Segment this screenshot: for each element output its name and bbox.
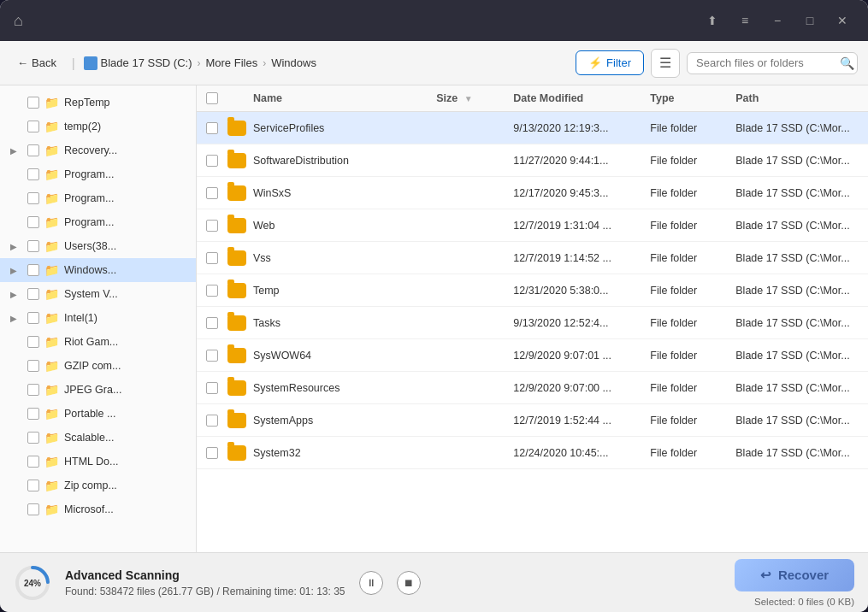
column-path[interactable]: Path [735, 92, 868, 104]
table-row[interactable]: System32 12/24/2020 10:45:... File folde… [197, 437, 868, 469]
sidebar-checkbox[interactable] [27, 288, 39, 300]
column-name[interactable]: Name [253, 92, 436, 104]
recover-button[interactable]: ↩ Recover [735, 559, 854, 591]
table-row[interactable]: Web 12/7/2019 1:31:04 ... File folder Bl… [197, 209, 868, 242]
sidebar-checkbox[interactable] [27, 384, 39, 396]
sidebar-checkbox[interactable] [27, 240, 39, 252]
sidebar-item[interactable]: 📁 Program... [0, 210, 196, 234]
pause-button[interactable]: ⏸ [359, 571, 383, 595]
sidebar-checkbox[interactable] [27, 264, 39, 276]
row-checkbox[interactable] [206, 155, 218, 167]
sidebar-checkbox[interactable] [27, 336, 39, 348]
sidebar-checkbox[interactable] [27, 408, 39, 420]
row-checkbox[interactable] [206, 187, 218, 199]
file-date: 12/7/2019 1:31:04 ... [513, 220, 650, 232]
sidebar-item[interactable]: ▶ 📁 Intel(1) [0, 306, 196, 330]
breadcrumb-drive[interactable]: Blade 17 SSD (C:) [84, 56, 192, 70]
close-button[interactable]: ✕ [830, 9, 854, 32]
sidebar-item[interactable]: 📁 JPEG Gra... [0, 378, 196, 402]
recover-area: ↩ Recover Selected: 0 files (0 KB) [735, 559, 854, 607]
sidebar-item[interactable]: 📁 Program... [0, 186, 196, 210]
breadcrumb-more-files[interactable]: More Files [205, 56, 257, 69]
column-size[interactable]: Size ▼ [436, 92, 513, 104]
sidebar-item[interactable]: 📁 Scalable... [0, 426, 196, 450]
row-checkbox[interactable] [206, 122, 218, 134]
sidebar-item[interactable]: 📁 Program... [0, 162, 196, 186]
sidebar-item[interactable]: ▶ 📁 Users(38... [0, 234, 196, 258]
file-path: Blade 17 SSD (C:\Mor... [735, 252, 868, 264]
table-row[interactable]: SystemApps 12/7/2019 1:52:44 ... File fo… [197, 404, 868, 437]
table-row[interactable]: Vss 12/7/2019 1:14:52 ... File folder Bl… [197, 242, 868, 274]
sidebar-checkbox[interactable] [27, 456, 39, 468]
folder-cell-icon [227, 315, 246, 331]
file-date: 12/7/2019 1:14:52 ... [513, 252, 650, 264]
sidebar-checkbox[interactable] [27, 360, 39, 372]
table-row[interactable]: Temp 12/31/2020 5:38:0... File folder Bl… [197, 274, 868, 307]
sidebar-checkbox[interactable] [27, 312, 39, 324]
row-checkbox[interactable] [206, 220, 218, 232]
sidebar-checkbox[interactable] [27, 192, 39, 204]
table-row[interactable]: SoftwareDistribution 11/27/2020 9:44:1..… [197, 144, 868, 177]
breadcrumb-windows[interactable]: Windows [271, 56, 316, 69]
back-label: Back [32, 56, 56, 69]
row-checkbox[interactable] [206, 447, 218, 459]
sidebar-item[interactable]: 📁 Zip comp... [0, 474, 196, 497]
table-row[interactable]: Tasks 9/13/2020 12:52:4... File folder B… [197, 307, 868, 339]
row-checkbox[interactable] [206, 382, 218, 394]
select-all-checkbox[interactable] [206, 92, 218, 104]
filter-button[interactable]: ⚡ Filter [576, 50, 644, 75]
sidebar-checkbox[interactable] [27, 480, 39, 491]
table-row[interactable]: SystemResources 12/9/2020 9:07:00 ... Fi… [197, 372, 868, 404]
sidebar-checkbox[interactable] [27, 503, 39, 515]
sidebar-item[interactable]: 📁 Portable ... [0, 402, 196, 426]
column-type[interactable]: Type [650, 92, 735, 104]
stop-button[interactable]: ⏹ [397, 571, 421, 595]
table-row[interactable]: SysWOW64 12/9/2020 9:07:01 ... File fold… [197, 339, 868, 372]
sidebar-item[interactable]: 📁 temp(2) [0, 115, 196, 138]
folder-icon: 📁 [44, 191, 59, 205]
folder-cell-icon [227, 250, 246, 266]
column-date[interactable]: Date Modified [513, 92, 650, 104]
recover-icon: ↩ [760, 568, 771, 583]
row-checkbox[interactable] [206, 350, 218, 362]
table-row[interactable]: WinSxS 12/17/2020 9:45:3... File folder … [197, 177, 868, 209]
sidebar-item[interactable]: 📁 RepTemp [0, 91, 196, 115]
search-input[interactable] [696, 56, 840, 69]
back-button[interactable]: ← Back [10, 53, 63, 73]
sidebar-item[interactable]: 📁 Microsof... [0, 497, 196, 521]
sidebar-item-label: Program... [64, 192, 186, 204]
sidebar-item-label: Scalable... [64, 432, 186, 444]
sidebar-item[interactable]: 📁 HTML Do... [0, 450, 196, 474]
breadcrumb-windows-label: Windows [271, 56, 316, 69]
sidebar-checkbox[interactable] [27, 144, 39, 156]
row-checkbox[interactable] [206, 317, 218, 329]
sidebar-item[interactable]: 📁 GZIP com... [0, 354, 196, 378]
minimize-button[interactable]: − [765, 9, 789, 32]
sidebar-item[interactable]: ▶ 📁 System V... [0, 282, 196, 306]
row-checkbox[interactable] [206, 285, 218, 297]
file-type: File folder [650, 220, 735, 232]
view-menu-button[interactable]: ☰ [651, 49, 680, 78]
titlebar-controls: ⬆ ≡ − □ ✕ [700, 9, 854, 32]
sidebar-item[interactable]: ▶ 📁 Windows... [0, 258, 196, 282]
row-checkbox[interactable] [206, 252, 218, 264]
sidebar-checkbox[interactable] [27, 216, 39, 228]
upload-button[interactable]: ⬆ [700, 9, 724, 32]
sidebar-checkbox[interactable] [27, 168, 39, 180]
menu-button[interactable]: ≡ [733, 9, 757, 32]
file-type: File folder [650, 187, 735, 199]
file-path: Blade 17 SSD (C:\Mor... [735, 382, 868, 394]
table-row[interactable]: ServiceProfiles 9/13/2020 12:19:3... Fil… [197, 112, 868, 144]
file-date: 12/31/2020 5:38:0... [513, 285, 650, 297]
sidebar-item[interactable]: ▶ 📁 Recovery... [0, 138, 196, 162]
folder-cell-icon [227, 413, 246, 428]
maximize-button[interactable]: □ [798, 9, 822, 32]
sidebar-checkbox[interactable] [27, 121, 39, 132]
file-name: SystemResources [253, 382, 436, 394]
sidebar-checkbox[interactable] [27, 97, 39, 109]
row-checkbox[interactable] [206, 415, 218, 427]
sidebar-checkbox[interactable] [27, 432, 39, 444]
sidebar-item[interactable]: 📁 Riot Gam... [0, 330, 196, 354]
search-button[interactable]: 🔍 [840, 56, 854, 70]
folder-cell-icon [227, 218, 246, 233]
